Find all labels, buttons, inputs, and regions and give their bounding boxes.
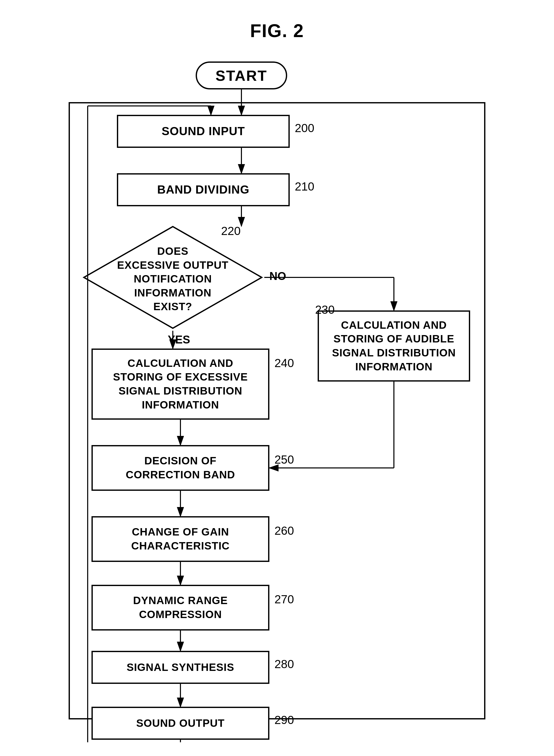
box-270: DYNAMIC RANGECOMPRESSION <box>92 585 269 631</box>
step-num-220: 220 <box>221 224 241 238</box>
step-num-240: 240 <box>274 356 294 370</box>
diamond-220-label: DOESEXCESSIVE OUTPUTNOTIFICATION INFORMA… <box>104 244 241 314</box>
box-280: SIGNAL SYNTHESIS <box>92 651 269 684</box>
yes-label: YES <box>168 333 190 346</box>
box-260: CHANGE OF GAINCHARACTERISTIC <box>92 516 269 562</box>
box-280-label: SIGNAL SYNTHESIS <box>126 660 234 675</box>
box-270-label: DYNAMIC RANGECOMPRESSION <box>133 594 228 621</box>
no-label: NO <box>269 270 286 283</box>
step-num-200: 200 <box>295 121 314 135</box>
box-230: CALCULATION ANDSTORING OF AUDIBLESIGNAL … <box>318 310 470 382</box>
box-sound-input: SOUND INPUT <box>117 115 290 148</box>
step-num-210: 210 <box>295 180 314 193</box>
diamond-220: DOESEXCESSIVE OUTPUTNOTIFICATION INFORMA… <box>81 224 264 331</box>
box-sound-input-label: SOUND INPUT <box>162 124 245 139</box>
box-250-label: DECISION OFCORRECTION BAND <box>126 454 235 482</box>
box-290: SOUND OUTPUT <box>92 707 269 740</box>
diagram-container: START SOUND INPUT 200 BAND DIVIDING 210 … <box>48 56 506 742</box>
box-260-label: CHANGE OF GAINCHARACTERISTIC <box>131 525 229 553</box>
box-290-label: SOUND OUTPUT <box>136 716 225 730</box>
step-num-260: 260 <box>274 524 294 537</box>
box-band-dividing: BAND DIVIDING <box>117 173 290 206</box>
start-label: START <box>216 67 267 84</box>
step-num-230: 230 <box>315 303 335 316</box>
box-band-dividing-label: BAND DIVIDING <box>157 182 249 197</box>
box-240: CALCULATION ANDSTORING OF EXCESSIVESIGNA… <box>92 349 269 420</box>
step-num-250: 250 <box>274 453 294 466</box>
box-240-label: CALCULATION ANDSTORING OF EXCESSIVESIGNA… <box>113 356 248 412</box>
page-title: FIG. 2 <box>0 0 554 56</box>
start-capsule: START <box>196 61 287 90</box>
box-230-label: CALCULATION ANDSTORING OF AUDIBLESIGNAL … <box>332 318 456 374</box>
step-num-290: 290 <box>274 713 294 727</box>
box-250: DECISION OFCORRECTION BAND <box>92 445 269 491</box>
step-num-270: 270 <box>274 592 294 606</box>
step-num-280: 280 <box>274 657 294 671</box>
